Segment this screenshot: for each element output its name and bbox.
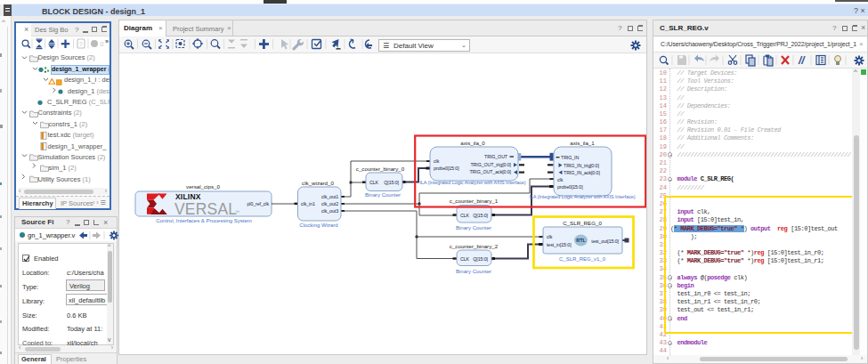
svg-text:clk_out1: clk_out1 bbox=[321, 194, 338, 199]
svg-text:RTL: RTL bbox=[576, 238, 586, 243]
svg-text:TRIG_OUT_trig[0:0]: TRIG_OUT_trig[0:0] bbox=[470, 162, 511, 167]
svg-text:»: » bbox=[105, 37, 109, 45]
svg-text:probe0[15:0]: probe0[15:0] bbox=[557, 184, 583, 190]
svg-text:c_counter_binary_1: c_counter_binary_1 bbox=[450, 198, 499, 204]
svg-text:TRIG_IN_trig[0:0]: TRIG_IN_trig[0:0] bbox=[564, 163, 599, 168]
svg-text:CLK: CLK bbox=[460, 213, 470, 218]
svg-text:TRIG_IN: TRIG_IN bbox=[561, 155, 579, 160]
svg-text:™: ™ bbox=[235, 209, 239, 214]
svg-text:0: 0 bbox=[101, 40, 104, 48]
svg-text:C_SLR_REG_0: C_SLR_REG_0 bbox=[563, 220, 602, 226]
svg-text:versal_cips_0: versal_cips_0 bbox=[186, 183, 220, 190]
svg-text:TRIG_OUT_ack[0:0]: TRIG_OUT_ack[0:0] bbox=[469, 169, 511, 174]
svg-text:ILA (Integrated Logic Analyzer: ILA (Integrated Logic Analyzer with AXIS… bbox=[419, 180, 525, 185]
svg-text:Binary Counter: Binary Counter bbox=[365, 192, 401, 198]
svg-text:C_SLR_REG_v1_0: C_SLR_REG_v1_0 bbox=[559, 256, 606, 262]
svg-text:clk_out3: clk_out3 bbox=[321, 208, 338, 214]
svg-text:Control, Interfaces & Processi: Control, Interfaces & Processing System bbox=[156, 218, 252, 223]
svg-text:Binary Counter: Binary Counter bbox=[456, 269, 491, 274]
svg-text:clk_wizard_0: clk_wizard_0 bbox=[302, 180, 334, 186]
svg-text:clk: clk bbox=[557, 177, 564, 182]
svg-text:Q[15:0]: Q[15:0] bbox=[473, 213, 488, 218]
svg-text:Binary Counter: Binary Counter bbox=[456, 225, 491, 231]
svg-text:probe0[15:0]: probe0[15:0] bbox=[434, 166, 459, 171]
svg-text:ILA (Integrated Logic Analyzer: ILA (Integrated Logic Analyzer with AXIS… bbox=[529, 194, 635, 199]
svg-text:Q[15:0]: Q[15:0] bbox=[384, 180, 399, 185]
svg-text:clk: clk bbox=[434, 158, 440, 164]
svg-text:test_out[15:0]: test_out[15:0] bbox=[591, 239, 619, 244]
svg-text:clk: clk bbox=[547, 234, 553, 239]
svg-text:?: ? bbox=[79, 41, 83, 47]
svg-text:clk_out2: clk_out2 bbox=[321, 201, 338, 206]
svg-text:axis_ila_0: axis_ila_0 bbox=[460, 140, 485, 146]
svg-text:CLK: CLK bbox=[460, 256, 470, 262]
svg-text:Q[15:0]: Q[15:0] bbox=[473, 256, 488, 262]
svg-text://: // bbox=[798, 54, 806, 67]
svg-text:VERSAL: VERSAL bbox=[174, 200, 237, 218]
svg-text:Clocking Wizard: Clocking Wizard bbox=[299, 222, 337, 228]
svg-text:CLK: CLK bbox=[369, 180, 379, 185]
svg-text:test_in[15:0]: test_in[15:0] bbox=[547, 242, 572, 247]
svg-text:pl0_ref_clk: pl0_ref_clk bbox=[247, 201, 269, 206]
svg-text:clk_in1: clk_in1 bbox=[301, 201, 315, 206]
svg-text:axis_ila_1: axis_ila_1 bbox=[570, 140, 595, 146]
svg-text:c_counter_binary_0: c_counter_binary_0 bbox=[356, 166, 405, 172]
svg-text:TRIG_OUT: TRIG_OUT bbox=[484, 154, 508, 159]
svg-text:c_counter_binary_2: c_counter_binary_2 bbox=[450, 243, 499, 249]
svg-text:TRIG_IN_ack[0:0]: TRIG_IN_ack[0:0] bbox=[564, 170, 600, 175]
